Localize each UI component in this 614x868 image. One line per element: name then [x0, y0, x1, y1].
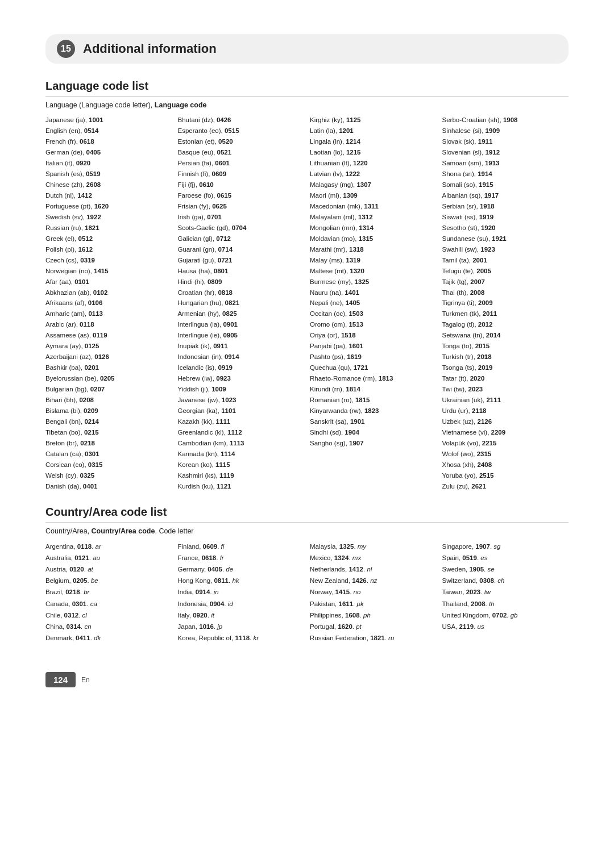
list-item: Quechua (qu), 1721 [310, 362, 437, 373]
list-item: Galician (gl), 0712 [178, 233, 305, 244]
list-item: Ukrainian (uk), 2111 [442, 395, 569, 406]
list-item: English (en), 0514 [45, 126, 172, 136]
list-item: Setswana (tn), 2014 [442, 330, 569, 341]
list-item: Indonesia, 0904. id [178, 598, 305, 610]
country-col-1: Argentina, 0118. arAustralia, 0121. auAu… [45, 541, 178, 644]
list-item: Austria, 0120. at [45, 564, 172, 575]
list-item: Malayalam (ml), 1312 [310, 212, 437, 223]
list-item: India, 0914. in [178, 586, 305, 598]
list-item: Assamese (as), 0119 [45, 330, 172, 341]
list-item: Zulu (zu), 2621 [442, 481, 569, 492]
country-subtitle-plain: Country/Area, [45, 527, 92, 535]
list-item: Slovenian (sl), 1912 [442, 147, 569, 158]
list-item: Uzbek (uz), 2126 [442, 416, 569, 427]
list-item: Frisian (fy), 0625 [178, 201, 305, 212]
list-item: Brazil, 0218. br [45, 586, 172, 598]
list-item: Japanese (ja), 1001 [45, 115, 172, 126]
list-item: Breton (br), 0218 [45, 438, 172, 449]
list-item: Australia, 0121. au [45, 552, 172, 564]
country-col-2: Finland, 0609. fiFrance, 0618. frGermany… [178, 541, 310, 644]
list-item: Hindi (hi), 0809 [178, 277, 305, 287]
list-item: Bengali (bn), 0214 [45, 416, 172, 427]
subtitle-plain: Language (Language code letter), [45, 101, 155, 109]
list-item: Italian (it), 0920 [45, 158, 172, 169]
list-item: Interlingua (ia), 0901 [178, 319, 305, 330]
list-item: Norway, 1415. no [310, 586, 437, 598]
list-item: Tsonga (ts), 2019 [442, 362, 569, 373]
list-item: Sundanese (su), 1921 [442, 233, 569, 244]
list-item: Danish (da), 0401 [45, 481, 172, 492]
lang-col-3: Kirghiz (ky), 1125Latin (la), 1201Lingal… [310, 115, 442, 492]
list-item: Vietnamese (vi), 2209 [442, 427, 569, 438]
list-item: Russian (ru), 1821 [45, 223, 172, 233]
list-item: Esperanto (eo), 0515 [178, 126, 305, 136]
list-item: Arabic (ar), 0118 [45, 319, 172, 330]
list-item: Maltese (mt), 1320 [310, 266, 437, 277]
list-item: Laotian (lo), 1215 [310, 147, 437, 158]
list-item: Afrikaans (af), 0106 [45, 298, 172, 308]
list-item: Mexico, 1324. mx [310, 552, 437, 564]
country-subtitle: Country/Area, Country/Area code. Code le… [45, 527, 569, 535]
list-item: Sindhi (sd), 1904 [310, 427, 437, 438]
list-item: Javanese (jw), 1023 [178, 395, 305, 406]
section-number: 15 [57, 40, 75, 58]
list-item: Bulgarian (bg), 0207 [45, 384, 172, 395]
list-item: Twi (tw), 2023 [442, 384, 569, 395]
list-item: Chinese (zh), 2608 [45, 180, 172, 190]
language-divider [45, 96, 569, 97]
list-item: USA, 2119. us [442, 621, 569, 632]
list-item: Turkmen (tk), 2011 [442, 308, 569, 319]
list-item: Bislama (bi), 0209 [45, 406, 172, 416]
list-item: Hungarian (hu), 0821 [178, 298, 305, 308]
list-item: Oriya (or), 1518 [310, 330, 437, 341]
list-item: Hebrew (iw), 0923 [178, 373, 305, 384]
list-item: Armenian (hy), 0825 [178, 308, 305, 319]
list-item: French (fr), 0618 [45, 136, 172, 147]
list-item: Slovak (sk), 1911 [442, 136, 569, 147]
list-item: Tibetan (bo), 0215 [45, 427, 172, 438]
list-item: Korea, Republic of, 1118. kr [178, 632, 305, 644]
list-item: France, 0618. fr [178, 552, 305, 564]
list-item: Telugu (te), 2005 [442, 266, 569, 277]
lang-col-2: Bhutani (dz), 0426Esperanto (eo), 0515Es… [178, 115, 310, 492]
list-item: Russian Federation, 1821. ru [310, 632, 437, 644]
page-number-box: 124 [45, 672, 76, 687]
country-code-list: Argentina, 0118. arAustralia, 0121. auAu… [45, 541, 569, 644]
list-item: Persian (fa), 0601 [178, 158, 305, 169]
list-item: Amharic (am), 0113 [45, 308, 172, 319]
list-item: Bashkir (ba), 0201 [45, 362, 172, 373]
list-item: Hausa (ha), 0801 [178, 266, 305, 277]
list-item: Greenlandic (kl), 1112 [178, 427, 305, 438]
list-item: Portugal, 1620. pt [310, 621, 437, 632]
list-item: German (de), 0405 [45, 147, 172, 158]
list-item: Romanian (ro), 1815 [310, 395, 437, 406]
list-item: Siswati (ss), 1919 [442, 212, 569, 223]
list-item: Fiji (fj), 0610 [178, 180, 305, 190]
list-item: Kirghiz (ky), 1125 [310, 115, 437, 126]
list-item: Samoan (sm), 1913 [442, 158, 569, 169]
list-item: Thai (th), 2008 [442, 287, 569, 298]
subtitle-bold: Language code [155, 101, 207, 109]
list-item: Xhosa (xh), 2408 [442, 460, 569, 470]
list-item: Faroese (fo), 0615 [178, 190, 305, 201]
list-item: Norwegian (no), 1415 [45, 266, 172, 277]
list-item: Welsh (cy), 0325 [45, 470, 172, 481]
list-item: Catalan (ca), 0301 [45, 449, 172, 460]
list-item: Basque (eu), 0521 [178, 147, 305, 158]
list-item: Latin (la), 1201 [310, 126, 437, 136]
list-item: Malagasy (mg), 1307 [310, 180, 437, 190]
lang-col-1: Japanese (ja), 1001English (en), 0514Fre… [45, 115, 178, 492]
section-header: 15 Additional information [45, 34, 569, 64]
list-item: Panjabi (pa), 1601 [310, 341, 437, 352]
list-item: Bhutani (dz), 0426 [178, 115, 305, 126]
list-item: Croatian (hr), 0818 [178, 287, 305, 298]
list-item: Mongolian (mn), 1314 [310, 223, 437, 233]
list-item: Finnish (fi), 0609 [178, 169, 305, 180]
list-item: Rhaeto-Romance (rm), 1813 [310, 373, 437, 384]
list-item: Urdu (ur), 2118 [442, 406, 569, 416]
lang-col-4: Serbo-Croatian (sh), 1908Sinhalese (si),… [442, 115, 569, 492]
list-item: Swahili (sw), 1923 [442, 244, 569, 255]
list-item: Burmese (my), 1325 [310, 277, 437, 287]
country-title: Country/Area code list [45, 506, 569, 519]
list-item: Malaysia, 1325. my [310, 541, 437, 552]
